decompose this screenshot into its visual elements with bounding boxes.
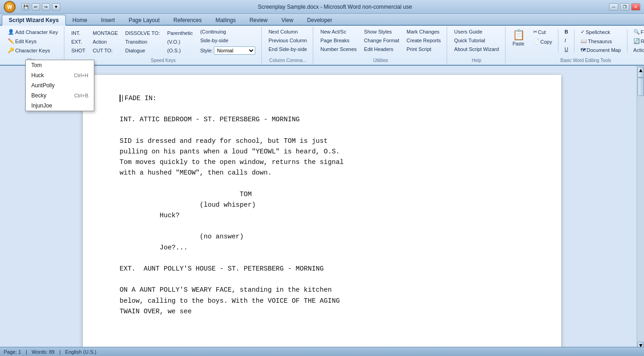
vo-label: (V.O.) — [167, 39, 180, 45]
replace-button[interactable]: 🔄 Replace — [630, 37, 644, 45]
number-scenes-button[interactable]: Number Scenes — [317, 45, 360, 53]
save-button[interactable]: 💾 — [22, 3, 30, 11]
tab-page-layout[interactable]: Page Layout — [122, 15, 167, 25]
os-button[interactable]: (O.S.) — [164, 46, 196, 55]
dropdown-injunjoe-label: InjunJoe — [31, 102, 52, 109]
dropdown-huck-shortcut: Ctrl+H — [74, 73, 88, 78]
tab-mailings[interactable]: Mailings — [208, 15, 242, 25]
tab-review[interactable]: Review — [242, 15, 274, 25]
int-button[interactable]: INT. — [68, 29, 89, 37]
cut-to-button[interactable]: CUT TO: — [90, 46, 121, 55]
office-button[interactable]: W — [4, 1, 16, 13]
redo-button[interactable]: ↪ — [42, 3, 50, 11]
customize-button[interactable]: ▼ — [52, 3, 60, 11]
dropdown-item-huck[interactable]: Huck Ctrl+H — [26, 70, 94, 80]
new-act-button[interactable]: New Act/Sc — [317, 28, 360, 36]
scrollbar-up-button[interactable]: ▲ — [638, 67, 644, 78]
status-separator1: | — [26, 349, 27, 355]
dropdown-item-becky[interactable]: Becky Ctrl+B — [26, 90, 94, 101]
dropdown-item-tom[interactable]: Tom — [26, 60, 94, 70]
ext-button[interactable]: EXT. — [68, 38, 89, 46]
next-column-button[interactable]: Next Column — [265, 28, 310, 36]
side-by-side-button[interactable]: Side-by-side — [197, 36, 259, 45]
change-format-label: Change Format — [364, 38, 399, 43]
bold-label: B — [564, 29, 568, 34]
close-button[interactable]: ✕ — [631, 3, 640, 11]
thesaurus-button[interactable]: 📖 Thesaurus — [577, 37, 624, 45]
print-script-button[interactable]: Print Script — [403, 45, 444, 53]
prev-column-button[interactable]: Previous Column — [265, 36, 310, 45]
find-col: 🔍 Find 🔄 Replace Action — [630, 28, 644, 54]
dropdown-huck-label: Huck — [31, 72, 44, 79]
about-script-wizard-label: About Script Wizard — [454, 46, 499, 52]
end-side-by-side-button[interactable]: End Side-by-side — [265, 45, 310, 53]
about-script-wizard-button[interactable]: About Script Wizard — [451, 45, 502, 53]
action-button[interactable]: Action — [90, 38, 121, 46]
edit-headers-button[interactable]: Edit Headers — [361, 45, 402, 53]
transition-button[interactable]: Transition — [122, 38, 163, 46]
paste-button[interactable]: 📋 Paste — [509, 28, 528, 48]
character-keys-button[interactable]: 🔑 Character Keys — [5, 46, 61, 55]
add-character-key-label: Add Character Key — [15, 29, 58, 35]
vertical-scrollbar[interactable]: ▲ ▼ — [637, 66, 644, 354]
copy-label: Copy — [540, 39, 552, 45]
scene-col2: MONTAGE Action CUT TO: — [90, 29, 121, 55]
action-label: Action — [93, 39, 107, 45]
tab-developer[interactable]: Developer — [300, 15, 339, 25]
utilities-group-label: Utilities — [373, 57, 388, 63]
next-column-label: Next Column — [269, 29, 298, 34]
find-button[interactable]: 🔍 Find — [630, 28, 644, 36]
cut-button[interactable]: ✂ Cut — [530, 28, 556, 36]
action-edit-button[interactable]: Action — [630, 46, 644, 54]
undo-button[interactable]: ↩ — [32, 3, 40, 11]
show-styles-button[interactable]: Show Styles — [361, 28, 402, 36]
character-keys-dropdown: Tom Huck Ctrl+H AuntPolly Becky Ctrl+B I… — [25, 60, 94, 111]
tab-view[interactable]: View — [275, 15, 300, 25]
restore-button[interactable]: ❐ — [620, 3, 629, 11]
copy-button[interactable]: 📄 Copy — [530, 37, 556, 46]
dissolve-to-button[interactable]: DISSOLVE TO: — [122, 29, 163, 37]
ribbon: 👤 Add Character Key ✏️ Edit Keys 🔑 Chara… — [0, 26, 644, 66]
thesaurus-icon: 📖 — [581, 38, 587, 44]
create-reports-button[interactable]: Create Reports — [403, 36, 444, 45]
scrollbar-thumb[interactable] — [638, 78, 644, 96]
continuing-label: (Continuing — [200, 29, 226, 34]
page-breaks-button[interactable]: Page Breaks — [317, 36, 360, 45]
mark-changes-button[interactable]: Mark Changes — [403, 28, 444, 36]
tab-home[interactable]: Home — [66, 15, 94, 25]
underline-label: U — [564, 46, 568, 52]
parenthetic-button[interactable]: Parenthetic — [164, 29, 196, 37]
editing-tools-row: 📋 Paste ✂ Cut 📄 Copy B I U — [509, 28, 644, 54]
group-editing-tools: 📋 Paste ✂ Cut 📄 Copy B I U — [506, 27, 644, 64]
edit-keys-button[interactable]: ✏️ Edit Keys — [5, 37, 61, 45]
int-label: INT. — [71, 30, 80, 36]
os-label: (O.S.) — [167, 48, 181, 53]
document-map-button[interactable]: 🗺 Document Map — [577, 46, 624, 54]
add-character-key-icon: 👤 — [8, 29, 14, 35]
tab-insert[interactable]: Insert — [94, 15, 122, 25]
util-col3: Mark Changes Create Reports Print Script — [403, 28, 444, 53]
vo-button[interactable]: (V.O.) — [164, 38, 196, 46]
shot-button[interactable]: SHOT — [68, 46, 89, 55]
find-label: Find — [641, 29, 644, 35]
document-page[interactable]: |FADE IN: INT. ATTIC BEDROOM - ST. PETER… — [83, 75, 561, 354]
montage-button[interactable]: MONTAGE — [90, 29, 121, 37]
quick-tutorial-button[interactable]: Quick Tutorial — [451, 36, 502, 45]
spellcheck-button[interactable]: ✓ Spellcheck — [577, 28, 624, 36]
tab-references[interactable]: References — [167, 15, 208, 25]
underline-button[interactable]: U — [561, 45, 571, 53]
minimize-button[interactable]: ─ — [609, 3, 618, 11]
italic-button[interactable]: I — [561, 36, 571, 45]
add-character-key-button[interactable]: 👤 Add Character Key — [5, 28, 61, 36]
change-format-button[interactable]: Change Format — [361, 36, 402, 45]
dropdown-item-auntpolly[interactable]: AuntPolly — [26, 80, 94, 90]
style-select[interactable]: Normal Action Dialogue Character — [214, 46, 255, 55]
dropdown-auntpolly-label: AuntPolly — [31, 82, 55, 89]
continuing-button[interactable]: (Continuing — [197, 28, 259, 36]
bold-button[interactable]: B — [561, 28, 571, 36]
dialogue-button[interactable]: Dialogue — [122, 46, 163, 55]
speed-keys-row: INT. EXT. SHOT MONTAGE Action CUT TO: DI… — [68, 28, 259, 56]
dropdown-item-injunjoe[interactable]: InjunJoe — [26, 101, 94, 111]
users-guide-button[interactable]: Users Guide — [451, 28, 502, 36]
tab-script-wizard-keys[interactable]: Script Wizard Keys — [2, 15, 66, 26]
